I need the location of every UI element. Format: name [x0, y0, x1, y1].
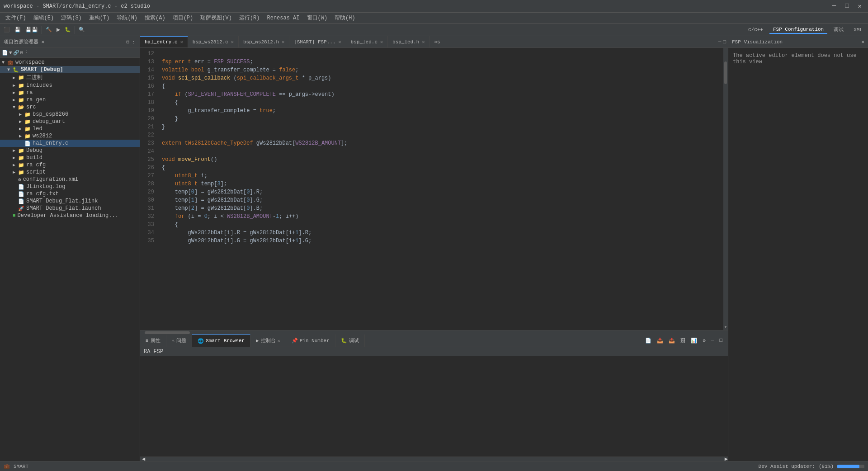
tree-arrow-includes[interactable]: ▶ — [13, 83, 17, 88]
bottom-content-area[interactable] — [140, 356, 728, 457]
bottom-tab-pin-number[interactable]: 📌 Pin Number — [286, 334, 335, 347]
sidebar-more-btn[interactable]: ⋮ — [24, 50, 29, 56]
code-editor[interactable]: fsp_err_t err = FSP_SUCCESS; volatile bo… — [158, 48, 723, 330]
menu-refactor[interactable]: 重构(T) — [85, 13, 113, 23]
menu-project[interactable]: 项目(P) — [169, 13, 197, 23]
tree-item-led[interactable]: ▶ 📁 led — [0, 125, 140, 132]
toolbar-tab-cpp[interactable]: C/C++ — [745, 26, 767, 33]
tree-item-ra-cfg[interactable]: ▶ 📁 ra_cfg — [0, 161, 140, 169]
tree-item-smart-debug[interactable]: ▼ 🐛 SMART [Debug] — [0, 66, 140, 73]
toolbar-tab-debug[interactable]: 调试 — [830, 25, 847, 34]
right-panel-close-btn[interactable]: ✕ — [861, 39, 864, 45]
tree-item-hal-entry[interactable]: ▶ 📄 hal_entry.c — [0, 140, 140, 147]
tab-bsp-ws2812-c-close[interactable]: ✕ — [231, 39, 234, 45]
tab-hal-entry-close[interactable]: ✕ — [180, 39, 183, 45]
tree-arrow-ra-cfg[interactable]: ▶ — [13, 162, 17, 168]
sidebar-collapse-all-btn[interactable]: ⊟ — [20, 50, 24, 56]
toolbar-new[interactable]: ⬛ — [2, 26, 12, 33]
menu-navigate[interactable]: 导航(N) — [113, 13, 141, 23]
tab-bsp-led-h-close[interactable]: ✕ — [422, 39, 425, 45]
tree-arrow-script[interactable]: ▶ — [13, 170, 17, 175]
toolbar-tab-fsp[interactable]: FSP Configuration — [769, 26, 827, 34]
scrollbar-thumb[interactable] — [724, 61, 727, 84]
sidebar-link-btn[interactable]: 🔗 — [13, 50, 19, 56]
tree-item-jlink-log[interactable]: ▶ 📄 JLinkLog.log — [0, 183, 140, 190]
tree-arrow-smart[interactable]: ▼ — [7, 67, 12, 72]
tree-item-includes[interactable]: ▶ 📁 Includes — [0, 82, 140, 89]
tab-bsp-ws2812-c[interactable]: bsp_ws2812.c ✕ — [188, 36, 239, 48]
tab-smart-fsp[interactable]: [SMART] FSP... ✕ — [289, 36, 346, 48]
tree-item-debug[interactable]: ▶ 📁 Debug — [0, 147, 140, 154]
tab-bsp-led-c-close[interactable]: ✕ — [380, 39, 383, 45]
tree-arrow-debug-uart[interactable]: ▶ — [19, 119, 24, 124]
sidebar-new-btn[interactable]: 📄 — [2, 50, 8, 56]
scroll-bottom-arrow[interactable]: ▼ — [723, 325, 728, 330]
bottom-view2-btn[interactable]: 📊 — [689, 337, 699, 344]
bottom-tab-smart-browser[interactable]: 🌐 Smart Browser — [192, 334, 250, 347]
toolbar-search[interactable]: 🔍 — [77, 26, 87, 33]
menu-file[interactable]: 文件(F) — [2, 13, 30, 23]
bottom-tab-console-close[interactable]: ✕ — [278, 338, 280, 344]
toolbar-run[interactable]: ▶ — [55, 26, 62, 33]
tree-arrow-ra-gen[interactable]: ▶ — [13, 97, 17, 103]
bottom-tab-console[interactable]: ▶ 控制台 ✕ — [250, 334, 286, 347]
tree-item-ra-cfg-txt[interactable]: ▶ 📄 ra_cfg.txt — [0, 190, 140, 198]
bottom-horizontal-scrollbar[interactable]: ◀ ▶ — [140, 457, 728, 461]
sidebar-filter-btn[interactable]: ▼ — [9, 50, 12, 56]
bottom-view1-btn[interactable]: 🖼 — [679, 337, 687, 344]
bottom-scroll-left-arrow[interactable]: ◀ — [142, 456, 145, 461]
tree-item-config-xml[interactable]: ▶ ⚙️ configuration.xml — [0, 176, 140, 183]
tree-item-ra[interactable]: ▶ 📁 ra — [0, 89, 140, 96]
tab-bsp-ws2812-h[interactable]: bsp_ws2812.h ✕ — [239, 36, 289, 48]
tree-item-smart-debug-launch[interactable]: ▶ 🚀 SMART Debug_Flat.launch — [0, 205, 140, 212]
tab-hal-entry[interactable]: hal_entry.c ✕ — [140, 36, 188, 48]
toolbar-save-all[interactable]: 💾💾 — [24, 26, 40, 33]
tree-item-src[interactable]: ▼ 📂 src — [0, 104, 140, 111]
tree-arrow-workspace[interactable]: ▼ — [2, 60, 6, 65]
tree-item-script[interactable]: ▶ 📁 script — [0, 169, 140, 176]
bottom-tab-problems[interactable]: ⚠ 问题 — [166, 334, 193, 347]
tree-item-root[interactable]: ▼ 💼 workspace — [0, 59, 140, 66]
tab-bsp-led-h[interactable]: bsp_led.h ✕ — [388, 36, 429, 48]
bottom-view3-btn[interactable]: ⚙ — [701, 337, 708, 344]
bottom-new-btn[interactable]: 📄 — [643, 337, 653, 344]
tree-item-ws2812[interactable]: ▶ 📁 ws2812 — [0, 132, 140, 140]
tree-item-debug-uart[interactable]: ▶ 📁 debug_uart — [0, 118, 140, 125]
tree-arrow-debug[interactable]: ▶ — [13, 148, 17, 153]
sidebar-collapse-btn[interactable]: ⊟ — [126, 39, 129, 45]
bottom-tab-debug[interactable]: 🐛 调试 — [335, 334, 365, 347]
tree-item-ra-gen[interactable]: ▶ 📁 ra_gen — [0, 96, 140, 104]
code-horizontal-scrollbar[interactable] — [140, 330, 728, 334]
h-scrollbar-thumb[interactable] — [145, 331, 190, 334]
menu-renesas-ai[interactable]: Renesas AI — [263, 14, 303, 22]
tree-arrow-bsp-esp[interactable]: ▶ — [19, 112, 24, 117]
close-button[interactable]: ✕ — [855, 1, 864, 11]
menu-source[interactable]: 源码(S) — [57, 13, 85, 23]
tree-arrow-src[interactable]: ▼ — [13, 105, 17, 110]
maximize-button[interactable]: □ — [842, 1, 851, 11]
editor-maximize-btn[interactable]: □ — [723, 39, 726, 45]
bottom-tab-properties[interactable]: ≡ 属性 — [140, 334, 166, 347]
toolbar-save[interactable]: 💾 — [13, 26, 23, 33]
minimize-button[interactable]: ─ — [830, 1, 839, 11]
tab-bsp-ws2812-h-close[interactable]: ✕ — [282, 39, 284, 45]
code-vertical-scrollbar[interactable]: ▼ — [723, 48, 728, 330]
bottom-maximize-btn[interactable]: □ — [717, 337, 724, 344]
tree-arrow-led[interactable]: ▶ — [19, 126, 24, 132]
tab-more[interactable]: »s — [430, 36, 445, 48]
menu-renesas-view[interactable]: 瑞萨视图(V) — [197, 13, 236, 23]
bottom-import-btn[interactable]: 📥 — [655, 337, 665, 344]
tab-smart-fsp-close[interactable]: ✕ — [339, 39, 341, 45]
tab-bsp-led-c[interactable]: bsp_led.c ✕ — [346, 36, 388, 48]
tree-arrow-build[interactable]: ▶ — [13, 155, 17, 160]
toolbar-build[interactable]: 🔨 — [44, 26, 54, 33]
menu-run[interactable]: 运行(R) — [236, 13, 264, 23]
menu-search[interactable]: 搜索(A) — [141, 13, 169, 23]
editor-minimize-btn[interactable]: ─ — [718, 39, 722, 45]
toolbar-tab-xml[interactable]: XML — [850, 26, 866, 33]
tree-item-smart-debug-jlink[interactable]: ▶ 📄 SMART Debug_Flat.jlink — [0, 198, 140, 205]
tree-arrow-ra[interactable]: ▶ — [13, 90, 17, 95]
sidebar-menu-btn[interactable]: ⋮ — [131, 39, 136, 45]
menu-edit[interactable]: 编辑(E) — [30, 13, 58, 23]
tree-arrow-binary[interactable]: ▶ — [13, 75, 17, 80]
